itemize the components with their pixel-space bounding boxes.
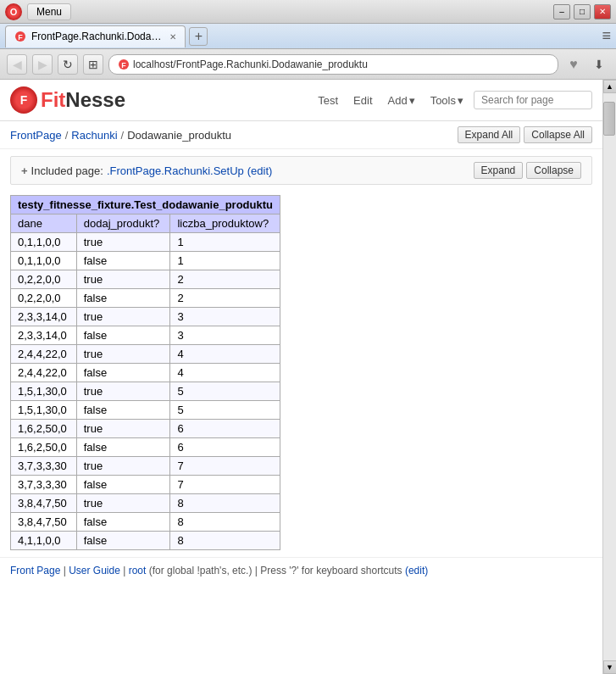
cell-3-0: 0,2,2,0,0 <box>11 289 77 308</box>
url-text: localhost/FrontPage.Rachunki.Dodawanie_p… <box>133 58 368 70</box>
cell-7-1: false <box>76 364 170 382</box>
opera-logo: O <box>5 3 22 20</box>
breadcrumb-rachunki[interactable]: Rachunki <box>71 129 117 142</box>
cell-14-2: 8 <box>170 494 280 513</box>
reload-button[interactable]: ↻ <box>58 54 78 75</box>
cell-4-1: true <box>76 308 170 326</box>
breadcrumb-frontpage[interactable]: FrontPage <box>10 129 62 142</box>
title-bar: O Menu – □ ✕ <box>0 0 616 24</box>
favorite-button[interactable]: ♥ <box>563 54 584 75</box>
scroll-track[interactable] <box>603 93 617 660</box>
table-container: testy_fitnesse_fixture.Test_dodawanie_pr… <box>0 188 602 557</box>
address-input[interactable]: F localhost/FrontPage.Rachunki.Dodawanie… <box>108 54 558 75</box>
included-page-link[interactable]: .FrontPage.Rachunki.SetUp <box>107 164 244 177</box>
restore-button[interactable]: □ <box>574 4 591 19</box>
included-edit-link[interactable]: (edit) <box>247 164 273 177</box>
footer-edit-link[interactable]: (edit) <box>405 565 428 577</box>
cell-0-0: 0,1,1,0,0 <box>11 233 77 252</box>
scroll-thumb[interactable] <box>603 102 615 136</box>
table-row: 1,5,1,30,0false5 <box>11 401 280 420</box>
fitnesse-logo: F FitNesse <box>10 86 125 114</box>
included-page-bar: + Included page: .FrontPage.Rachunki.Set… <box>10 156 592 185</box>
fitnesse-header: F FitNesse Test Edit Add ▾ Tools ▾ <box>0 80 602 121</box>
cell-9-2: 5 <box>170 401 280 420</box>
breadcrumb-sep1: / <box>65 129 69 142</box>
address-favicon: F <box>118 58 130 70</box>
cell-1-0: 0,1,1,0,0 <box>11 252 77 270</box>
cell-4-0: 2,3,3,14,0 <box>11 308 77 326</box>
search-input[interactable] <box>474 91 592 109</box>
cell-0-2: 1 <box>170 233 280 252</box>
download-button[interactable]: ⬇ <box>589 54 609 75</box>
menu-button[interactable]: Menu <box>27 3 71 20</box>
table-row: 0,1,1,0,0false1 <box>11 252 280 270</box>
cell-2-2: 2 <box>170 270 280 289</box>
cell-0-1: true <box>76 233 170 252</box>
scroll-up-arrow[interactable]: ▲ <box>603 80 617 93</box>
table-row: 3,7,3,3,30false7 <box>11 476 280 494</box>
cell-7-0: 2,4,4,22,0 <box>11 364 77 382</box>
breadcrumb-buttons: Expand All Collapse All <box>458 126 592 143</box>
cell-5-0: 2,3,3,14,0 <box>11 326 77 345</box>
close-button[interactable]: ✕ <box>594 4 611 19</box>
table-row: 1,6,2,50,0false6 <box>11 438 280 457</box>
tools-dropdown-icon: ▾ <box>458 94 463 107</box>
breadcrumb: FrontPage / Rachunki / Dodawanie_produkt… <box>0 121 602 149</box>
tab-menu-icon[interactable]: ≡ <box>602 27 611 45</box>
expand-all-button[interactable]: Expand All <box>458 126 521 143</box>
address-bar: ◀ ▶ ↻ ⊞ F localhost/FrontPage.Rachunki.D… <box>0 49 616 80</box>
col-header-dane: dane <box>11 214 77 233</box>
col-header-liczba: liczba_produktow? <box>170 214 280 233</box>
cell-2-0: 0,2,2,0,0 <box>11 270 77 289</box>
cell-11-2: 6 <box>170 438 280 457</box>
cell-14-1: true <box>76 494 170 513</box>
tab-bar: F FrontPage.Rachunki.Doda… ✕ + ≡ <box>0 24 616 49</box>
scroll-down-arrow[interactable]: ▼ <box>603 660 617 674</box>
cell-13-1: false <box>76 476 170 494</box>
forward-button[interactable]: ▶ <box>32 54 53 75</box>
tab-favicon: F <box>14 31 26 42</box>
col-header-dodaj: dodaj_produkt? <box>76 214 170 233</box>
nav-tools[interactable]: Tools ▾ <box>425 91 469 110</box>
bookmarks-button[interactable]: ⊞ <box>83 54 103 75</box>
nav-add[interactable]: Add ▾ <box>383 91 420 110</box>
footer-userguide-link[interactable]: User Guide <box>69 565 120 577</box>
cell-2-1: true <box>76 270 170 289</box>
table-row: 2,4,4,22,0false4 <box>11 364 280 382</box>
footer-frontpage-link[interactable]: Front Page <box>10 565 60 577</box>
cell-7-2: 4 <box>170 364 280 382</box>
table-row: 1,6,2,50,0true6 <box>11 420 280 438</box>
breadcrumb-links: FrontPage / Rachunki / Dodawanie_produkt… <box>10 129 231 142</box>
table-row: 2,3,3,14,0true3 <box>11 308 280 326</box>
nav-test[interactable]: Test <box>313 91 343 110</box>
expand-button[interactable]: Expand <box>474 162 524 179</box>
new-tab-button[interactable]: + <box>189 27 208 46</box>
cell-6-1: true <box>76 345 170 364</box>
tab-close-icon[interactable]: ✕ <box>169 32 176 42</box>
nav-edit[interactable]: Edit <box>348 91 377 110</box>
minimize-button[interactable]: – <box>553 4 570 19</box>
add-dropdown-icon: ▾ <box>409 94 415 107</box>
cell-11-1: false <box>76 438 170 457</box>
cell-15-0: 3,8,4,7,50 <box>11 513 77 532</box>
cell-9-0: 1,5,1,30,0 <box>11 401 77 420</box>
logo-nesse: Nesse <box>65 88 125 111</box>
table-row: 2,3,3,14,0false3 <box>11 326 280 345</box>
cell-10-2: 6 <box>170 420 280 438</box>
active-tab[interactable]: F FrontPage.Rachunki.Doda… ✕ <box>5 25 186 47</box>
cell-11-0: 1,6,2,50,0 <box>11 438 77 457</box>
breadcrumb-current: Dodawanie_produktu <box>127 129 231 142</box>
collapse-button[interactable]: Collapse <box>526 162 581 179</box>
logo-fit: Fit <box>41 88 65 111</box>
back-button[interactable]: ◀ <box>7 54 27 75</box>
footer-root-link[interactable]: root <box>129 565 147 577</box>
cell-6-2: 4 <box>170 345 280 364</box>
cell-14-0: 3,8,4,7,50 <box>11 494 77 513</box>
logo-text: FitNesse <box>41 88 125 112</box>
collapse-all-button[interactable]: Collapse All <box>524 126 592 143</box>
svg-text:F: F <box>121 61 126 70</box>
cell-3-2: 2 <box>170 289 280 308</box>
nav-menu: Test Edit Add ▾ Tools ▾ <box>313 91 592 110</box>
cell-8-2: 5 <box>170 382 280 401</box>
table-header-row: dane dodaj_produkt? liczba_produktow? <box>11 214 280 233</box>
